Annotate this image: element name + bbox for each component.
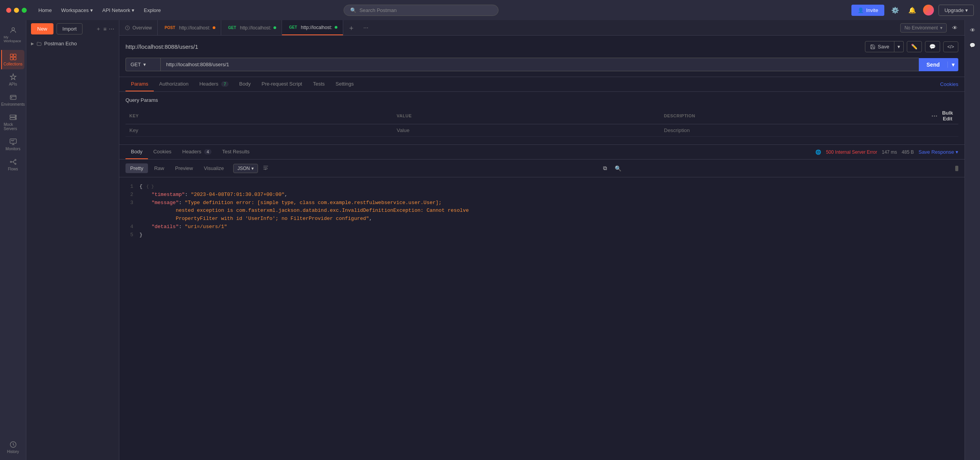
tab-get-2[interactable]: GET http://localhost: [282,20,343,35]
send-button[interactable]: Send ▾ [919,58,958,71]
req-tab-body[interactable]: Body [234,77,256,91]
svg-rect-4 [13,57,16,60]
res-tab-cookies[interactable]: Cookies [148,145,177,159]
chevron-down-icon: ▾ [940,25,942,31]
cookies-link[interactable]: Cookies [940,81,958,87]
save-button[interactable]: Save [865,41,894,52]
minimize-button[interactable] [14,8,19,13]
params-row-empty [126,124,958,137]
bulk-edit-button[interactable]: Bulk Edit [941,110,955,122]
chevron-down-icon: ▾ [132,7,134,13]
req-tab-headers[interactable]: Headers 7 [194,77,234,91]
method-badge-get: GET [227,25,238,30]
tab-get-1[interactable]: GET http://localhost: [221,20,282,35]
search-placeholder: Search Postman [359,7,397,13]
sidebar-item-label: Monitors [5,147,20,151]
sidebar-item-history[interactable]: History [2,438,25,457]
code-button[interactable]: </> [943,41,958,52]
tab-url: http://localhost: [240,25,272,31]
nav-workspaces[interactable]: Workspaces ▾ [57,5,97,15]
req-tab-authorization[interactable]: Authorization [154,77,194,91]
fmt-tab-visualize[interactable]: Visualize [199,163,229,173]
response-time: 147 ms [882,149,897,155]
more-tabs-button[interactable]: ⋯ [359,25,372,31]
save-dropdown-button[interactable]: ▾ [894,41,904,52]
tab-overview[interactable]: Overview [119,20,158,35]
invite-button[interactable]: 👤 Invite [851,5,884,16]
nav-explore[interactable]: Explore [140,5,165,15]
nav-api-network[interactable]: API Network ▾ [98,5,138,15]
sort-button[interactable]: ≡ [103,26,107,32]
save-icon [870,44,875,50]
method-selector[interactable]: GET ▾ [126,58,160,71]
fmt-tab-preview[interactable]: Preview [170,163,198,173]
json-format-selector[interactable]: JSON ▾ [233,164,258,173]
search-response-button[interactable]: 🔍 [612,163,624,174]
wrap-lines-button[interactable] [263,165,269,172]
upgrade-button[interactable]: Upgrade ▾ [939,5,974,16]
sidebar-item-collections[interactable]: Collections [1,50,24,69]
col-desc: DESCRIPTION [660,108,927,124]
req-tab-prerequest[interactable]: Pre-request Script [256,77,308,91]
sidebar-item-flows[interactable]: Flows [2,155,25,174]
fmt-tab-raw[interactable]: Raw [150,163,169,173]
sidebar-item-environments[interactable]: Environments [2,90,25,110]
add-tab-button[interactable]: ＋ [343,23,359,33]
url-input[interactable] [160,58,919,71]
res-tab-body[interactable]: Body [126,145,148,159]
edit-button[interactable]: ✏️ [907,41,922,52]
titlebar: Home Workspaces ▾ API Network ▾ Explore … [0,0,980,20]
collection-postman-echo[interactable]: ▶ Postman Echo [26,38,119,50]
avatar[interactable] [923,5,934,15]
sidebar-workspace[interactable]: My Workspace [2,23,25,46]
status-badge: 500 Internal Server Error [826,149,877,155]
fmt-tab-pretty[interactable]: Pretty [126,163,148,173]
params-table: KEY VALUE DESCRIPTION ⋯ Bulk Edit [126,108,958,137]
res-tab-test-results[interactable]: Test Results [217,145,255,159]
comment-button[interactable]: 💬 [925,41,940,52]
headers-badge: 7 [221,81,228,87]
svg-rect-2 [13,54,16,57]
settings-button[interactable]: ⚙️ [889,4,901,16]
sidebar-item-mock-servers[interactable]: Mock Servers [2,110,25,134]
line-content: } [139,231,958,239]
sidebar-item-apis[interactable]: APIs [2,70,25,89]
req-tab-settings[interactable]: Settings [330,77,359,91]
tab-url: http://localhost: [301,25,332,30]
new-button[interactable]: New [31,23,53,34]
nav-home[interactable]: Home [34,5,56,15]
eye-icon-button[interactable]: 👁 [950,22,960,33]
param-key-input[interactable] [129,127,389,133]
import-button[interactable]: Import [57,23,83,34]
response-format-row: Pretty Raw Preview Visualize JSON ▾ ⧉ 🔍 [119,160,965,177]
param-desc-input[interactable] [664,127,923,133]
tab-modified-dot [213,26,215,29]
save-button-group: Save ▾ [865,41,904,52]
maximize-button[interactable] [22,8,27,13]
res-tab-headers[interactable]: Headers 4 [177,145,217,159]
add-collection-button[interactable]: ＋ [96,26,101,33]
right-panel-eye-button[interactable]: 👁 [968,25,978,36]
request-url-area: http://localhost:8088/users/1 Save ▾ ✏️ … [119,36,965,77]
right-panel-comment-button[interactable]: 💬 [967,40,978,50]
sidebar-item-monitors[interactable]: Monitors [2,135,25,154]
response-body-code: 1 { { } 2 "timestamp": "2023-04-08T07:01… [119,177,965,460]
params-table-header: KEY VALUE DESCRIPTION ⋯ Bulk Edit [126,108,958,137]
code-line-2: 2 "timestamp": "2023-04-08T07:01:30.037+… [126,191,958,199]
req-tab-tests[interactable]: Tests [308,77,330,91]
sidebar-item-label: APIs [9,82,17,86]
tab-post-1[interactable]: POST http://localhost: [158,20,221,35]
line-content: { { } [139,183,958,191]
more-params-button[interactable]: ⋯ [931,112,938,120]
param-value-input[interactable] [397,127,656,133]
line-number: 4 [126,223,133,231]
notifications-button[interactable]: 🔔 [906,4,918,16]
save-response-button[interactable]: Save Response ▾ [918,149,958,155]
copy-button[interactable]: ⧉ [601,163,609,174]
close-button[interactable] [6,8,11,13]
req-tab-params[interactable]: Params [126,77,154,91]
request-title-row: http://localhost:8088/users/1 Save ▾ ✏️ … [126,41,958,52]
search-bar[interactable]: 🔍 Search Postman [344,5,499,16]
environment-selector[interactable]: No Environment ▾ [900,23,947,33]
more-options-button[interactable]: ⋯ [109,26,114,32]
